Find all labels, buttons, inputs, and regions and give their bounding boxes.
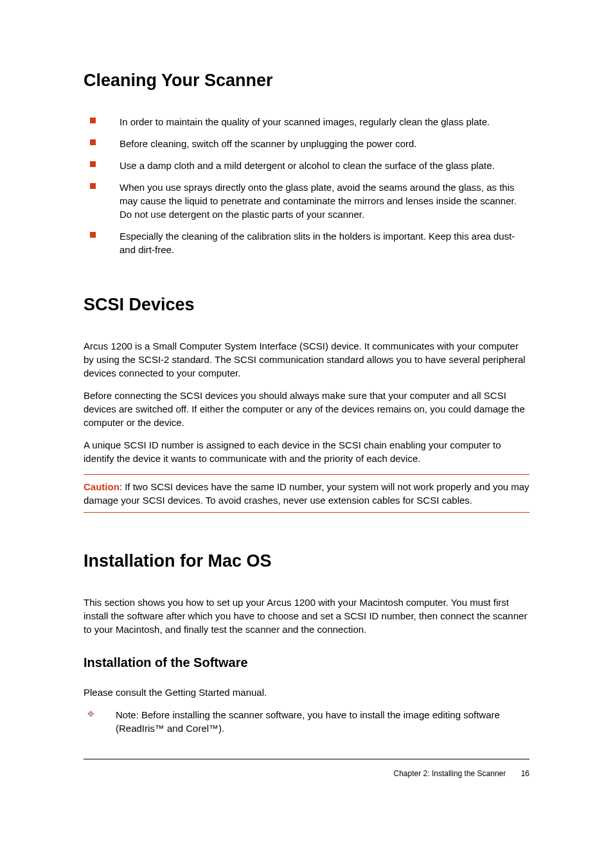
software-text: Please consult the Getting Started manua… <box>84 686 529 699</box>
list-item: In order to maintain the quality of your… <box>84 115 529 128</box>
heading-mac: Installation for Mac OS <box>84 551 529 571</box>
subheading-software: Installation of the Software <box>84 655 529 670</box>
list-item: Note: Before installing the scanner soft… <box>84 708 529 735</box>
caution-box: Caution: If two SCSI devices have the sa… <box>84 474 529 513</box>
list-item: Use a damp cloth and a mild detergent or… <box>84 159 529 172</box>
mac-intro: This section shows you how to set up you… <box>84 596 529 636</box>
section-mac: Installation for Mac OS This section sho… <box>84 551 529 735</box>
caution-text: Caution: If two SCSI devices have the sa… <box>84 480 529 507</box>
section-scsi: SCSI Devices Arcus 1200 is a Small Compu… <box>84 295 529 513</box>
list-item: Especially the cleaning of the calibrati… <box>84 229 529 256</box>
scsi-paragraph: Arcus 1200 is a Small Computer System In… <box>84 339 529 380</box>
heading-scsi: SCSI Devices <box>84 295 529 315</box>
footer-page-number: 16 <box>521 769 529 778</box>
note-list: Note: Before installing the scanner soft… <box>84 708 529 735</box>
section-cleaning: Cleaning Your Scanner In order to mainta… <box>84 71 529 256</box>
list-item: When you use sprays directly onto the gl… <box>84 181 529 221</box>
scsi-paragraph: Before connecting the SCSI devices you s… <box>84 389 529 429</box>
caution-body: : If two SCSI devices have the same ID n… <box>84 481 529 506</box>
cleaning-bullet-list: In order to maintain the quality of your… <box>84 115 529 256</box>
scsi-paragraph: A unique SCSI ID number is assigned to e… <box>84 438 529 465</box>
heading-cleaning: Cleaning Your Scanner <box>84 71 529 91</box>
caution-label: Caution <box>84 481 120 492</box>
list-item: Before cleaning, switch off the scanner … <box>84 137 529 150</box>
footer-chapter: Chapter 2: Installing the Scanner <box>394 769 506 778</box>
page-footer: Chapter 2: Installing the Scanner 16 <box>84 759 529 778</box>
